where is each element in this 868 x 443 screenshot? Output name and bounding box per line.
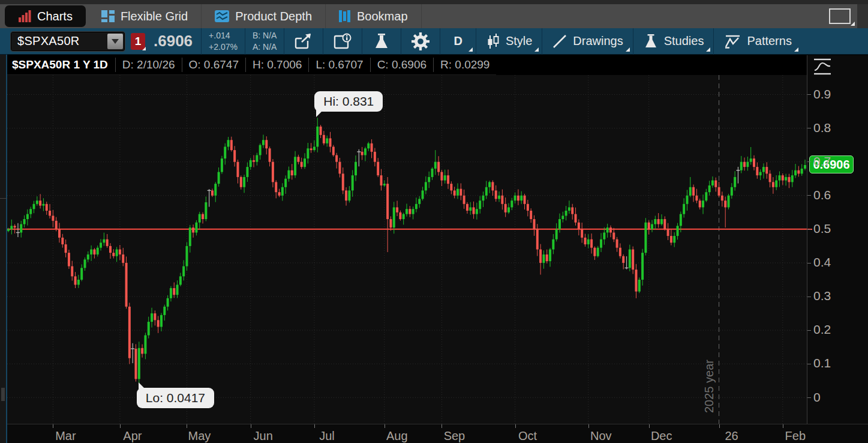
timeframe-menu[interactable]: D — [440, 28, 475, 55]
price-axis-label: 0.7 — [813, 154, 831, 169]
axis-tick — [807, 128, 811, 128]
month-label: Aug — [386, 429, 408, 443]
news-button[interactable] — [323, 28, 362, 55]
settings-button[interactable] — [401, 28, 440, 55]
tab-charts[interactable]: Charts — [5, 5, 86, 27]
studies-menu[interactable]: Studies — [633, 28, 714, 55]
analyze-button[interactable] — [362, 28, 401, 55]
tabbar-top-strip — [0, 0, 868, 4]
gear-icon — [412, 32, 430, 50]
tabbar-spacer — [422, 4, 822, 28]
candles — [7, 118, 806, 384]
trendline-icon — [552, 34, 567, 49]
month-label: May — [188, 429, 211, 443]
tab-label: Bookmap — [357, 10, 408, 23]
tab-label: Charts — [37, 10, 73, 23]
axis-tick — [588, 424, 589, 428]
dropdown-corner-icon — [626, 47, 630, 52]
change-percent: +2.07% — [209, 41, 238, 52]
grid-icon — [101, 10, 115, 22]
patterns-menu[interactable]: Patterns — [714, 28, 801, 55]
ohlc-date: D: 2/10/26 — [115, 58, 182, 72]
alert-count-badge[interactable]: 1 — [131, 33, 145, 50]
price-axis-label: 0.6 — [813, 188, 831, 202]
price-axis-label: 0.2 — [813, 322, 831, 337]
high-annotation-text: Hi: 0.831 — [323, 94, 374, 108]
dropdown-corner-icon — [142, 47, 146, 50]
ohlc-high: H: 0.7006 — [245, 58, 308, 72]
axis-tick — [53, 424, 53, 428]
month-label: Nov — [590, 429, 612, 443]
panel-divider — [0, 198, 7, 199]
dropdown-corner-icon — [534, 47, 539, 52]
auto-scale-icon[interactable] — [812, 58, 833, 76]
tab-row: Charts Flexible Grid Product Depth — [0, 4, 868, 28]
news-info-icon — [332, 32, 353, 50]
month-label: Dec — [651, 429, 672, 443]
maximize-button[interactable] — [822, 4, 857, 28]
ohlc-open: O: 0.6747 — [182, 58, 245, 72]
price-axis-label: 0.1 — [813, 356, 831, 370]
axis-tick — [807, 330, 811, 331]
depth-wave-icon — [215, 10, 229, 22]
month-label: 26 — [725, 429, 738, 443]
chart-header: $SPXA50R 1 Y 1D D: 2/10/26 O: 0.6747 H: … — [7, 55, 496, 75]
price-axis-label: 0.9 — [813, 87, 831, 101]
share-button[interactable] — [284, 28, 323, 55]
price-axis-label: 0 — [813, 390, 821, 405]
tab-bar: Charts Flexible Grid Product Depth — [0, 0, 868, 28]
ohlc-range: R: 0.0299 — [433, 58, 496, 72]
candlestick-chart-canvas[interactable]: 2025 year — [7, 75, 807, 424]
left-panel-edge[interactable] — [0, 55, 7, 443]
ask-value: A: N/A — [253, 41, 277, 52]
axis-tick — [807, 195, 811, 196]
dropdown-corner-icon — [468, 47, 473, 52]
patterns-icon — [723, 34, 741, 49]
panel-grip[interactable] — [1, 388, 5, 401]
symbol-input[interactable]: $SPXA50R — [11, 32, 125, 51]
axis-tick — [719, 424, 720, 428]
annotation-pointer — [316, 110, 323, 117]
price-axis[interactable]: 0.6906 00.10.20.30.40.50.60.70.80.9 — [807, 55, 868, 424]
change-readout: +.014 +2.07% — [202, 30, 245, 52]
axis-tick — [807, 297, 811, 297]
month-label: Apr — [123, 429, 142, 443]
year-label: 2025 year — [702, 360, 716, 413]
symbol-dropdown-button[interactable] — [107, 34, 123, 49]
flask-icon — [643, 33, 659, 50]
columns-icon — [339, 10, 351, 22]
chart-toolbar: $SPXA50R 1 .6906 +.014 +2.07% B: N/A A: … — [0, 28, 868, 55]
drawings-label: Drawings — [573, 34, 623, 48]
tab-product-depth[interactable]: Product Depth — [202, 4, 326, 28]
tab-flexible-grid[interactable]: Flexible Grid — [88, 4, 202, 28]
tabbar-endcap — [857, 4, 868, 28]
axis-tick — [807, 161, 811, 162]
month-label: Oct — [518, 429, 537, 443]
low-annotation: Lo: 0.0417 — [137, 388, 214, 408]
month-label: Jun — [254, 429, 273, 443]
candlestick-style-icon — [486, 34, 500, 49]
alert-count: 1 — [135, 35, 142, 48]
axis-tick — [515, 424, 516, 428]
timeframe-value: D — [453, 34, 462, 48]
change-value: +.014 — [209, 30, 238, 41]
month-label: Mar — [55, 429, 76, 443]
tab-bookmap[interactable]: Bookmap — [326, 4, 422, 28]
drawings-menu[interactable]: Drawings — [542, 28, 632, 55]
style-menu[interactable]: Style — [476, 28, 542, 55]
bid-ask-readout: B: N/A A: N/A — [245, 30, 284, 52]
axis-tick — [251, 424, 251, 428]
symbol-value: $SPXA50R — [11, 34, 107, 48]
axis-tick — [807, 263, 811, 264]
axis-tick — [783, 424, 783, 428]
axis-tick — [807, 364, 811, 364]
month-label: Sep — [444, 429, 465, 443]
axis-tick — [807, 397, 811, 398]
price-axis-label: 0.3 — [813, 289, 831, 303]
chart-title: $SPXA50R 1 Y 1D — [7, 58, 115, 71]
price-axis-label: 0.5 — [813, 222, 831, 236]
time-axis[interactable]: MarAprMayJunJulAugSepOctNovDec26Feb — [7, 424, 868, 443]
chevron-down-icon — [112, 39, 119, 44]
dropdown-corner-icon — [851, 22, 855, 26]
style-label: Style — [506, 34, 532, 48]
